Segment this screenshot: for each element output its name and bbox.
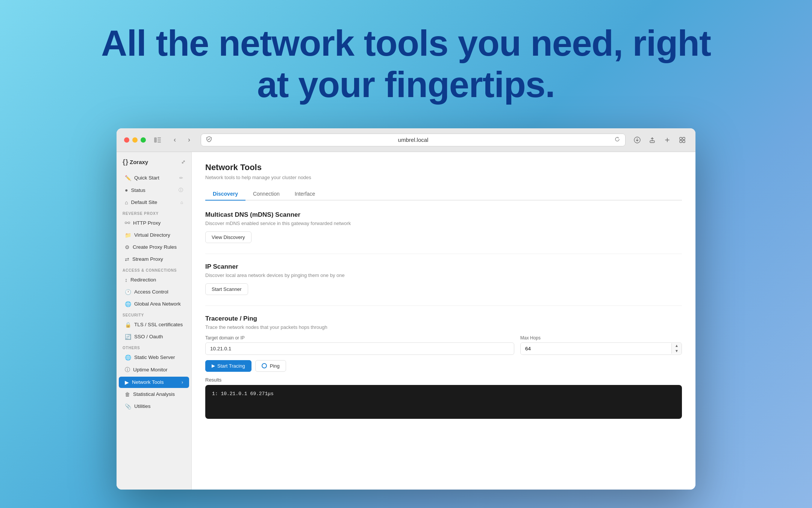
svg-rect-8	[680, 137, 682, 140]
svg-rect-11	[683, 140, 685, 143]
traceroute-section: Traceroute / Ping Trace the network node…	[205, 315, 682, 419]
expand-icon[interactable]: ⤢	[181, 159, 185, 165]
browser-window: ‹ › umbrel.local	[117, 128, 695, 490]
sidebar-item-virtual-directory[interactable]: 📁 Virtual Directory	[119, 230, 189, 241]
sidebar-toggle-icon[interactable]	[152, 134, 163, 146]
traceroute-form-row: Target domain or IP Max Hops ▲ ▼	[205, 335, 682, 355]
spinner-up-button[interactable]: ▲	[672, 343, 682, 348]
virtual-directory-icon: 📁	[125, 232, 131, 238]
sidebar-item-statistical-analysis[interactable]: 🗑 Statistical Analysis	[119, 389, 189, 400]
http-proxy-icon	[125, 220, 130, 226]
maximize-button[interactable]	[141, 137, 146, 143]
quick-start-arrow: ✏	[179, 175, 183, 181]
logo-area: { } Zoraxy ⤢	[117, 157, 191, 172]
ip-scanner-section: IP Scanner Discover local area network d…	[205, 263, 682, 295]
svg-rect-5	[650, 141, 654, 143]
address-bar[interactable]: umbrel.local	[201, 134, 626, 146]
sidebar-item-create-proxy-rules[interactable]: ⚙ Create Proxy Rules	[119, 242, 189, 253]
sidebar-item-access-control[interactable]: 🕐 Access Control	[119, 286, 189, 298]
svg-rect-3	[158, 141, 161, 143]
sidebar-label-uptime-monitor: Uptime Monitor	[133, 367, 168, 373]
page-title: Network Tools	[205, 163, 682, 172]
divider-2	[205, 306, 682, 306]
tab-overview-icon[interactable]	[677, 134, 688, 146]
minimize-button[interactable]	[132, 137, 138, 143]
sidebar-label-network-tools: Network Tools	[132, 379, 164, 385]
default-site-icon: ⌂	[125, 199, 128, 205]
ip-scanner-title: IP Scanner	[205, 263, 682, 271]
svg-rect-10	[680, 140, 682, 143]
sidebar-item-network-tools[interactable]: ▶ Network Tools ›	[119, 377, 189, 388]
sidebar-item-quick-start[interactable]: ✏️ Quick Start ✏	[119, 172, 189, 184]
svg-point-12	[125, 222, 127, 224]
target-input[interactable]	[205, 342, 514, 355]
shield-icon	[206, 136, 212, 144]
section-label-others: OTHERS	[117, 343, 191, 351]
tab-connection[interactable]: Connection	[245, 188, 287, 201]
network-tools-active-indicator: ›	[182, 380, 183, 385]
share-icon[interactable]	[647, 134, 658, 146]
ping-button[interactable]: Ping	[255, 360, 286, 372]
close-button[interactable]	[124, 137, 129, 143]
refresh-icon[interactable]	[615, 137, 620, 143]
view-discovery-button[interactable]: View Discovery	[205, 231, 251, 243]
sidebar-label-default-site: Default Site	[131, 199, 157, 205]
ping-label: Ping	[270, 363, 280, 369]
sidebar-item-redirection[interactable]: ↕ Redirection	[119, 274, 189, 286]
max-hops-input[interactable]	[521, 343, 671, 354]
sidebar-label-access-control: Access Control	[134, 289, 168, 295]
redirection-icon: ↕	[125, 277, 127, 283]
sidebar-item-default-site[interactable]: ⌂ Default Site ⌂	[119, 197, 189, 208]
browser-chrome: ‹ › umbrel.local	[117, 128, 695, 152]
download-icon[interactable]	[632, 134, 643, 146]
terminal-output-line: 1: 10.21.0.1 69.271μs	[212, 390, 675, 398]
sidebar-label-stream-proxy: Stream Proxy	[132, 256, 163, 262]
section-label-reverse-proxy: REVERSE PROXY	[117, 208, 191, 217]
logo: { } Zoraxy	[123, 158, 148, 166]
sidebar-item-utilities[interactable]: 📎 Utilities	[119, 401, 189, 412]
back-button[interactable]: ‹	[169, 134, 180, 146]
sidebar-item-status[interactable]: ● Status ⓘ	[119, 184, 189, 196]
svg-rect-0	[154, 137, 157, 143]
divider-1	[205, 254, 682, 254]
svg-rect-9	[683, 137, 685, 140]
spinner-down-button[interactable]: ▼	[672, 348, 682, 354]
default-site-home-icon: ⌂	[180, 200, 183, 205]
sidebar-label-quick-start: Quick Start	[134, 175, 159, 181]
tls-icon: 🔒	[125, 322, 131, 328]
svg-point-13	[128, 222, 130, 224]
sidebar-item-uptime-monitor[interactable]: ⓘ Uptime Monitor	[119, 364, 189, 376]
max-hops-input-container: ▲ ▼	[520, 342, 682, 355]
sidebar-label-statistical-analysis: Statistical Analysis	[133, 391, 175, 397]
sidebar-label-virtual-directory: Virtual Directory	[134, 232, 170, 238]
uptime-icon: ⓘ	[125, 367, 130, 373]
start-tracing-label: Start Tracing	[217, 363, 245, 369]
logo-symbol: { }	[123, 158, 127, 166]
sidebar-item-stream-proxy[interactable]: ⇄ Stream Proxy	[119, 254, 189, 265]
page-subtitle: Network tools to help manage your cluste…	[205, 175, 682, 180]
sidebar-item-global-area-network[interactable]: 🌐 Global Area Network	[119, 298, 189, 310]
tab-discovery[interactable]: Discovery	[205, 188, 245, 201]
tab-interface[interactable]: Interface	[287, 188, 323, 201]
sidebar-label-status: Status	[131, 187, 145, 193]
sidebar-item-static-web-server[interactable]: 🌐 Static Web Server	[119, 352, 189, 363]
target-field-group: Target domain or IP	[205, 335, 514, 355]
max-hops-label: Max Hops	[520, 335, 682, 341]
sidebar-label-http-proxy: HTTP Proxy	[133, 220, 161, 226]
traceroute-desc: Trace the network nodes that your packet…	[205, 324, 682, 330]
section-label-security: SECURITY	[117, 310, 191, 319]
logo-text: Zoraxy	[130, 159, 148, 165]
forward-button[interactable]: ›	[183, 134, 195, 146]
sidebar-item-tls-ssl[interactable]: 🔒 TLS / SSL certificates	[119, 319, 189, 330]
svg-rect-2	[158, 139, 161, 140]
start-tracing-button[interactable]: ▶ Start Tracing	[205, 360, 251, 372]
access-control-icon: 🕐	[125, 289, 131, 295]
url-text: umbrel.local	[215, 137, 611, 143]
sidebar-item-sso-oauth[interactable]: 🔄 SSO / Oauth	[119, 331, 189, 342]
start-scanner-button[interactable]: Start Scanner	[205, 283, 248, 295]
results-label: Results	[205, 377, 682, 383]
new-tab-icon[interactable]	[662, 134, 673, 146]
main-content: Network Tools Network tools to help mana…	[192, 152, 695, 490]
sidebar-item-http-proxy[interactable]: HTTP Proxy	[119, 217, 189, 229]
sidebar-label-redirection: Redirection	[130, 277, 156, 283]
